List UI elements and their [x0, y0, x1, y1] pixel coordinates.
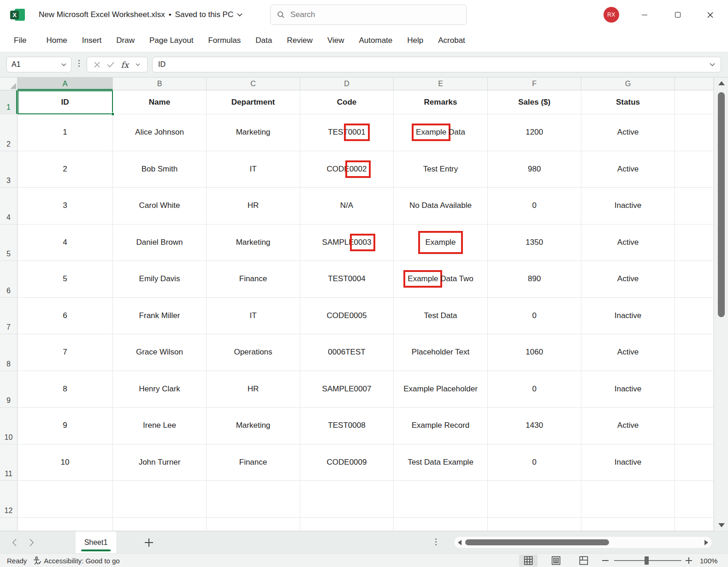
formula-bar-grip[interactable] — [78, 60, 80, 67]
tab-help[interactable]: Help — [407, 36, 423, 45]
scroll-left-icon[interactable] — [458, 540, 462, 545]
cell-A11[interactable]: 10 — [18, 444, 113, 481]
cell-D11[interactable]: CODE0009 — [300, 444, 394, 481]
cell-E7[interactable]: Test Data — [394, 298, 488, 335]
accessibility-status[interactable]: Accessibility: Good to go — [33, 556, 119, 565]
cell-D1[interactable]: Code — [300, 90, 394, 114]
fx-chevron-icon[interactable] — [136, 63, 140, 66]
cell-E6[interactable]: Example Data Two — [394, 261, 488, 298]
tab-data[interactable]: Data — [255, 36, 272, 45]
cell-E4[interactable]: No Data Available — [394, 188, 488, 224]
cell-C8[interactable]: Operations — [207, 334, 300, 371]
row-header-4[interactable]: 4 — [0, 188, 18, 224]
column-header-D[interactable]: D — [300, 77, 394, 90]
column-header-E[interactable]: E — [394, 77, 488, 90]
cell-F5[interactable]: 1350 — [488, 224, 581, 261]
cell-C7[interactable]: IT — [207, 298, 300, 335]
row-header-12[interactable]: 12 — [0, 481, 18, 518]
row-header-9[interactable]: 9 — [0, 371, 18, 408]
cell-C10[interactable]: Marketing — [207, 408, 300, 444]
scroll-right-icon[interactable] — [704, 540, 708, 545]
formula-bar-expand-icon[interactable] — [710, 63, 715, 66]
cell-G2[interactable]: Active — [581, 114, 675, 151]
tab-automate[interactable]: Automate — [359, 36, 393, 45]
cell-D5[interactable]: SAMPLE0003 — [300, 224, 394, 261]
cell-G9[interactable]: Inactive — [581, 371, 675, 408]
cell-B12[interactable] — [113, 481, 207, 518]
cell-partial-9[interactable] — [675, 371, 714, 408]
cell-E5[interactable]: Example — [394, 224, 488, 261]
cell-F1[interactable]: Sales ($) — [488, 90, 581, 114]
cell-E12[interactable] — [394, 481, 488, 518]
cell-D6[interactable]: TEST0004 — [300, 261, 394, 298]
cell-F9[interactable]: 0 — [488, 371, 581, 408]
tab-file[interactable]: File — [14, 36, 26, 45]
cell-G6[interactable]: Active — [581, 261, 675, 298]
cell-G8[interactable]: Active — [581, 334, 675, 371]
cell-partial-2[interactable] — [675, 114, 714, 151]
maximize-button[interactable] — [667, 0, 689, 30]
cell-F6[interactable]: 890 — [488, 261, 581, 298]
cell-B8[interactable]: Grace Wilson — [113, 334, 207, 371]
cell-C2[interactable]: Marketing — [207, 114, 300, 151]
cell-C11[interactable]: Finance — [207, 444, 300, 481]
cell-partial-p[interactable] — [675, 518, 714, 532]
fill-handle[interactable] — [111, 112, 114, 116]
cell-F11[interactable]: 0 — [488, 444, 581, 481]
name-box-chevron-icon[interactable] — [61, 63, 66, 66]
vertical-scrollbar[interactable] — [714, 77, 728, 531]
cell-D9[interactable]: SAMPLE0007 — [300, 371, 394, 408]
row-header-1[interactable]: 1 — [0, 90, 18, 114]
cell-F8[interactable]: 1060 — [488, 334, 581, 371]
sheet-tab-sheet1[interactable]: Sheet1 — [76, 532, 116, 554]
row-header-partial[interactable] — [0, 518, 18, 532]
cell-D12[interactable] — [300, 481, 394, 518]
cell-E10[interactable]: Example Record — [394, 408, 488, 444]
tab-draw[interactable]: Draw — [116, 36, 135, 45]
row-header-11[interactable]: 11 — [0, 444, 18, 481]
row-header-5[interactable]: 5 — [0, 224, 18, 261]
cell-F4[interactable]: 0 — [488, 188, 581, 224]
cell-partial-6[interactable] — [675, 261, 714, 298]
cell-partial-10[interactable] — [675, 408, 714, 444]
cell-G3[interactable]: Active — [581, 151, 675, 188]
cell-Ep[interactable] — [394, 518, 488, 532]
cell-A10[interactable]: 9 — [18, 408, 113, 444]
cell-partial-12[interactable] — [675, 481, 714, 518]
cell-B3[interactable]: Bob Smith — [113, 151, 207, 188]
cell-Cp[interactable] — [207, 518, 300, 532]
chevron-down-icon[interactable] — [237, 13, 243, 17]
cell-E3[interactable]: Test Entry — [394, 151, 488, 188]
cell-F7[interactable]: 0 — [488, 298, 581, 335]
cell-A12[interactable] — [18, 481, 113, 518]
cell-B9[interactable]: Henry Clark — [113, 371, 207, 408]
cell-B1[interactable]: Name — [113, 90, 207, 114]
cell-C1[interactable]: Department — [207, 90, 300, 114]
cell-D4[interactable]: N/A — [300, 188, 394, 224]
cell-F12[interactable] — [488, 481, 581, 518]
column-header-B[interactable]: B — [113, 77, 207, 90]
name-box[interactable]: A1 — [6, 57, 71, 72]
column-header-C[interactable]: C — [207, 77, 300, 90]
select-all-corner[interactable] — [0, 77, 18, 90]
cell-B6[interactable]: Emily Davis — [113, 261, 207, 298]
cell-C4[interactable]: HR — [207, 188, 300, 224]
cell-G4[interactable]: Inactive — [581, 188, 675, 224]
cell-E11[interactable]: Test Data Example — [394, 444, 488, 481]
column-header-G[interactable]: G — [581, 77, 675, 90]
close-button[interactable] — [699, 0, 721, 30]
cell-E8[interactable]: Placeholder Text — [394, 334, 488, 371]
zoom-slider-thumb[interactable] — [645, 556, 649, 565]
column-header-partial[interactable] — [675, 77, 714, 90]
cell-G12[interactable] — [581, 481, 675, 518]
add-sheet-button[interactable] — [144, 537, 154, 548]
cell-A2[interactable]: 1 — [18, 114, 113, 151]
cell-C9[interactable]: HR — [207, 371, 300, 408]
cell-G5[interactable]: Active — [581, 224, 675, 261]
cell-Fp[interactable] — [488, 518, 581, 532]
selected-cell-outline[interactable] — [18, 90, 113, 114]
tab-page-layout[interactable]: Page Layout — [149, 36, 193, 45]
cell-F3[interactable]: 980 — [488, 151, 581, 188]
cell-G7[interactable]: Inactive — [581, 298, 675, 335]
cell-G11[interactable]: Inactive — [581, 444, 675, 481]
